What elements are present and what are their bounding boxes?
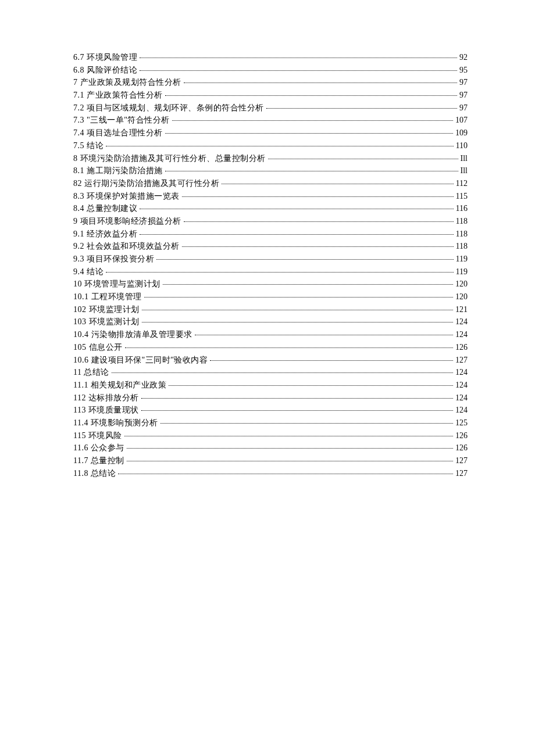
toc-entry-title: 11.6 公众参与 xyxy=(73,442,124,454)
toc-entry-text: 环境污染防治措施及其可行性分析、总量控制分析 xyxy=(80,154,266,163)
toc-entry-number: 9 xyxy=(73,215,78,228)
toc-entry-number: 9.3 xyxy=(73,253,84,266)
toc-entry-number: 7.1 xyxy=(73,89,84,102)
toc-entry-text: 施工期污染防治措施 xyxy=(87,166,163,175)
toc-entry-page: 95 xyxy=(459,64,468,77)
toc-entry-title: 11.1 相关规划和产业政策 xyxy=(73,379,166,392)
toc-entry-page: 126 xyxy=(455,442,468,454)
toc-entry: 8.1 施工期污染防治措施Ill xyxy=(73,164,468,177)
toc-entry-text: 总量控制建议 xyxy=(87,204,137,213)
toc-leader-dots xyxy=(141,398,453,399)
toc-leader-dots xyxy=(184,83,458,83)
toc-entry: 11.1 相关规划和产业政策124 xyxy=(73,379,468,392)
toc-entry: 7 产业政策及规划符合性分析97 xyxy=(73,76,468,89)
toc-entry-text: 总结论 xyxy=(84,368,109,377)
toc-entry: 7.5 结论110 xyxy=(73,139,468,152)
toc-entry-title: 9.4 结论 xyxy=(73,266,104,278)
toc-entry-text: 项目选址合理性分析 xyxy=(87,128,163,137)
toc-entry-page: 124 xyxy=(455,366,468,379)
toc-entry-number: 82 xyxy=(73,177,82,190)
toc-entry-page: 127 xyxy=(455,354,468,367)
toc-leader-dots xyxy=(140,70,457,71)
toc-leader-dots xyxy=(106,272,454,273)
toc-entry-title: 8.1 施工期污染防治措施 xyxy=(73,164,163,177)
toc-entry-page: 127 xyxy=(455,467,468,480)
toc-entry-title: 9 项目环境影响经济损益分析 xyxy=(73,215,181,228)
toc-entry-page: 119 xyxy=(456,253,468,266)
toc-entry-page: 124 xyxy=(455,379,468,392)
toc-entry-text: 环境质量现状 xyxy=(88,406,139,414)
toc-entry-number: 115 xyxy=(73,429,86,442)
toc-entry-page: 126 xyxy=(455,341,468,354)
toc-entry-text: 环境风险 xyxy=(88,431,122,440)
toc-entry-number: 10.6 xyxy=(73,354,89,367)
toc-entry-page: 119 xyxy=(456,266,468,278)
toc-entry-page: 118 xyxy=(456,228,468,241)
toc-entry-page: 97 xyxy=(459,102,468,114)
toc-entry: 10.4 污染物排放清单及管理要求124 xyxy=(73,328,468,341)
toc-entry: 6.8 风险评价结论95 xyxy=(73,64,468,77)
toc-entry: 11 总结论124 xyxy=(73,366,468,379)
table-of-contents: 6.7 环境风险管理926.8 风险评价结论957 产业政策及规划符合性分析97… xyxy=(73,51,468,479)
toc-leader-dots xyxy=(140,58,457,58)
toc-entry-title: 10.1 工程环境管理 xyxy=(73,291,142,303)
toc-entry: 9 项目环境影响经济损益分析118 xyxy=(73,215,468,228)
toc-entry-page: 115 xyxy=(456,190,468,203)
toc-entry-text: 结论 xyxy=(87,141,104,150)
toc-entry-title: 11.8 总结论 xyxy=(73,467,116,480)
toc-entry-number: 113 xyxy=(73,404,86,417)
toc-entry-title: 8.4 总量控制建议 xyxy=(73,202,137,215)
toc-entry-text: 经济效益分析 xyxy=(87,230,137,238)
toc-entry: 11.4 环境影响预测分析125 xyxy=(73,417,468,429)
toc-entry: 9.2 社会效益和环境效益分析118 xyxy=(73,240,468,253)
toc-entry-text: 公众参与 xyxy=(91,443,124,452)
toc-entry: 10.6 建设项目环保"三同时"验收内容127 xyxy=(73,354,468,367)
toc-entry-text: 项目环保投资分析 xyxy=(87,255,154,263)
toc-entry-page: 124 xyxy=(455,404,468,417)
toc-entry-title: 7.3 "三线一单"符合性分析 xyxy=(73,114,170,127)
toc-entry-title: 9.1 经济效益分析 xyxy=(73,228,137,241)
toc-entry-page: Ill xyxy=(461,152,468,165)
toc-entry-number: 11.6 xyxy=(73,442,88,454)
toc-leader-dots xyxy=(172,120,453,121)
toc-entry-text: 运行期污染防治措施及其可行性分析 xyxy=(84,179,219,188)
toc-leader-dots xyxy=(140,209,454,209)
toc-entry-title: 115 环境风险 xyxy=(73,429,122,442)
toc-entry-title: 7.5 结论 xyxy=(73,139,104,152)
toc-entry-page: 97 xyxy=(459,89,468,102)
toc-leader-dots xyxy=(125,347,454,348)
toc-leader-dots xyxy=(140,234,454,235)
toc-entry-title: 10.4 污染物排放清单及管理要求 xyxy=(73,328,192,341)
toc-entry-text: 污染物排放清单及管理要求 xyxy=(91,330,192,339)
toc-leader-dots xyxy=(106,146,454,146)
toc-entry-page: 120 xyxy=(455,291,468,303)
toc-leader-dots xyxy=(184,221,454,222)
toc-entry: 7.2 项目与区域规划、规划环评、条例的符合性分析97 xyxy=(73,102,468,114)
toc-entry-page: 125 xyxy=(455,417,468,429)
toc-entry-page: 127 xyxy=(455,454,468,467)
toc-entry-number: 8.4 xyxy=(73,202,84,215)
toc-leader-dots xyxy=(127,448,453,449)
toc-entry-title: 112 达标排放分析 xyxy=(73,392,139,404)
toc-entry: 11.8 总结论127 xyxy=(73,467,468,480)
toc-entry-number: 11 xyxy=(73,366,81,379)
toc-entry-text: 结论 xyxy=(87,267,104,276)
toc-entry-number: 7.2 xyxy=(73,102,84,114)
toc-entry: 105 信息公开126 xyxy=(73,341,468,354)
toc-entry-text: 风险评价结论 xyxy=(87,66,137,74)
toc-entry-title: 8.3 环境保护对策措施一览表 xyxy=(73,190,180,203)
toc-leader-dots xyxy=(118,474,453,474)
toc-entry-number: 7.3 xyxy=(73,114,84,127)
toc-entry: 7.4 项目选址合理性分析109 xyxy=(73,127,468,139)
toc-leader-dots xyxy=(112,372,453,373)
toc-entry-page: 126 xyxy=(455,429,468,442)
toc-entry-text: 环境保护对策措施一览表 xyxy=(87,192,180,200)
toc-entry-text: 项目与区域规划、规划环评、条例的符合性分析 xyxy=(87,103,264,112)
toc-leader-dots xyxy=(144,297,454,298)
toc-leader-dots xyxy=(141,410,453,411)
toc-leader-dots xyxy=(195,335,454,335)
toc-leader-dots xyxy=(182,246,454,247)
toc-entry-title: 7 产业政策及规划符合性分析 xyxy=(73,76,181,89)
toc-leader-dots xyxy=(268,159,458,159)
toc-entry-text: 环境监理计划 xyxy=(89,305,140,314)
